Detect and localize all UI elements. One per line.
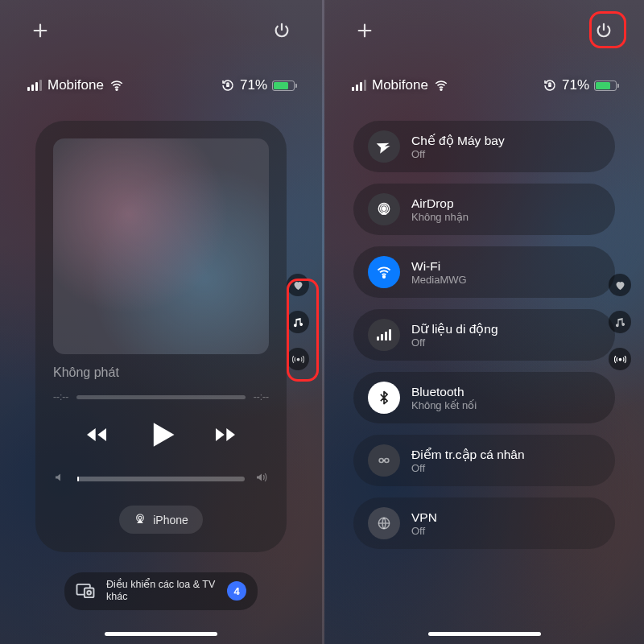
power-button[interactable]: [269, 18, 295, 43]
volume-slider[interactable]: [77, 477, 245, 481]
row-title: Dữ liệu di động: [411, 322, 498, 336]
row-status: Off: [411, 462, 525, 474]
airplane-icon: [368, 130, 400, 163]
page-connectivity-icon[interactable]: [287, 348, 309, 370]
page-indicator[interactable]: [282, 262, 314, 382]
battery-icon: [594, 80, 617, 91]
play-button[interactable]: [143, 417, 179, 452]
wifi-icon: [434, 78, 448, 93]
page-favorites-icon[interactable]: [609, 274, 631, 296]
svg-point-17: [619, 358, 621, 361]
row-status: Không kết nối: [411, 399, 477, 411]
add-control-button[interactable]: [352, 18, 378, 43]
svg-point-14: [379, 459, 383, 463]
page-music-icon[interactable]: [609, 311, 631, 333]
battery-pct: 71%: [562, 77, 589, 93]
row-title: AirDrop: [411, 196, 469, 211]
row-status: Không nhận: [411, 211, 469, 223]
orientation-lock-icon: [221, 78, 235, 93]
row-title: Chế độ Máy bay: [411, 134, 505, 148]
row-title: Bluetooth: [411, 385, 477, 399]
svg-rect-6: [85, 588, 94, 598]
media-card[interactable]: Không phát --:-- --:--: [35, 121, 287, 552]
progress-bar[interactable]: [76, 395, 245, 399]
carrier-label: Mobifone: [372, 77, 428, 93]
row-title: Điểm tr.cập cá nhân: [411, 448, 525, 462]
hotspot-row[interactable]: Điểm tr.cập cá nhân Off: [353, 435, 615, 486]
status-bar: Mobifone 71%: [324, 77, 644, 93]
hint-text: Điều khiển các loa & TV khác: [106, 579, 217, 604]
page-indicator[interactable]: [604, 262, 636, 382]
control-center-media-screen: Mobifone 71% Không phát --:-- --:--: [0, 0, 322, 644]
home-indicator[interactable]: [428, 632, 541, 636]
volume-row[interactable]: [53, 470, 269, 488]
add-control-button[interactable]: [27, 18, 53, 43]
svg-point-10: [382, 207, 386, 210]
battery-icon: [272, 80, 295, 91]
power-button[interactable]: [591, 18, 617, 43]
airdrop-row[interactable]: AirDrop Không nhận: [353, 184, 615, 235]
remaining-time: --:--: [254, 391, 269, 402]
cellular-data-icon: [368, 319, 400, 351]
forward-button[interactable]: [213, 422, 238, 448]
bluetooth-icon: [368, 382, 400, 414]
svg-rect-9: [548, 85, 551, 87]
page-connectivity-icon[interactable]: [609, 348, 631, 370]
svg-point-13: [383, 276, 386, 279]
svg-point-15: [385, 459, 389, 463]
speakers-tv-hint[interactable]: Điều khiển các loa & TV khác 4: [64, 572, 258, 610]
row-status: Off: [411, 148, 505, 160]
album-artwork: [53, 138, 269, 354]
svg-rect-1: [226, 85, 229, 87]
page-music-icon[interactable]: [287, 311, 309, 333]
now-playing-label: Không phát: [53, 365, 269, 380]
top-row: [324, 18, 644, 43]
svg-point-0: [116, 89, 118, 90]
rewind-button[interactable]: [84, 422, 109, 448]
orientation-lock-icon: [543, 78, 557, 93]
row-title: Wi-Fi: [411, 259, 467, 274]
hotspot-icon: [368, 444, 400, 477]
volume-low-icon: [53, 470, 68, 488]
airdrop-icon: [368, 193, 400, 225]
track-progress[interactable]: --:-- --:--: [53, 391, 269, 402]
row-status: MediaMWG: [411, 274, 467, 286]
svg-point-4: [297, 358, 299, 361]
vpn-icon: [368, 507, 400, 539]
row-title: VPN: [411, 510, 437, 525]
wifi-row[interactable]: Wi-Fi MediaMWG: [353, 246, 615, 298]
speakers-tv-icon: [74, 580, 97, 602]
vpn-row[interactable]: VPN Off: [353, 497, 615, 549]
wifi-icon: [109, 78, 124, 93]
page-favorites-icon[interactable]: [287, 274, 309, 296]
svg-point-2: [138, 516, 142, 519]
wifi-toggle-icon: [368, 256, 400, 288]
top-row: [0, 18, 322, 43]
row-status: Off: [411, 525, 437, 537]
airplane-mode-row[interactable]: Chế độ Máy bay Off: [353, 121, 615, 172]
cellular-signal-icon: [27, 80, 42, 91]
control-center-connectivity-screen: Mobifone 71% Chế độ Máy bay Off: [322, 0, 644, 644]
hint-badge: 4: [227, 581, 246, 601]
airplay-icon: [134, 512, 147, 527]
volume-high-icon: [254, 470, 269, 488]
cellular-signal-icon: [352, 80, 366, 91]
connectivity-list: Chế độ Máy bay Off AirDrop Không nhận Wi…: [353, 121, 615, 549]
svg-point-8: [440, 89, 442, 90]
airplay-target-pill[interactable]: iPhone: [119, 506, 203, 534]
cellular-data-row[interactable]: Dữ liệu di động Off: [353, 309, 615, 361]
elapsed-time: --:--: [53, 391, 68, 402]
airplay-target-label: iPhone: [153, 514, 188, 526]
status-bar: Mobifone 71%: [0, 77, 322, 93]
bluetooth-row[interactable]: Bluetooth Không kết nối: [353, 372, 615, 423]
home-indicator[interactable]: [105, 632, 217, 636]
row-status: Off: [411, 336, 498, 349]
carrier-label: Mobifone: [47, 77, 104, 93]
battery-pct: 71%: [240, 77, 267, 93]
